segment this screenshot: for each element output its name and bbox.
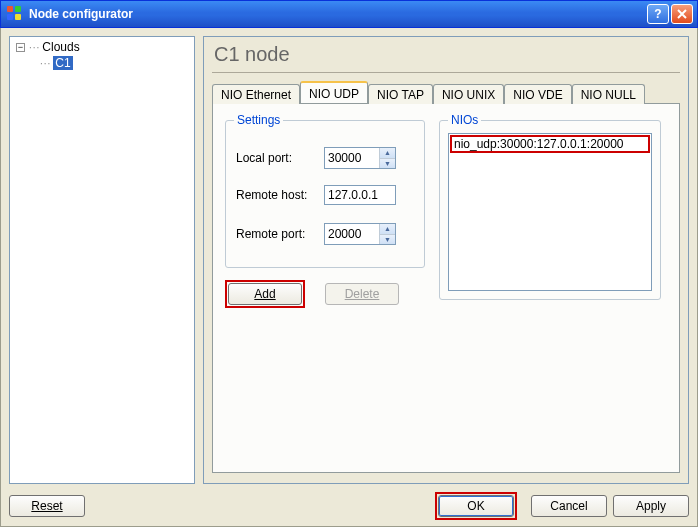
- remote-host-input[interactable]: [324, 185, 396, 205]
- reset-button[interactable]: Reset: [9, 495, 85, 517]
- ok-button[interactable]: OK: [438, 495, 514, 517]
- tab-nio-tap[interactable]: NIO TAP: [368, 84, 433, 104]
- add-highlight: Add: [225, 280, 305, 308]
- nios-group: NIOs nio_udp:30000:127.0.0.1:20000: [439, 120, 661, 300]
- local-port-input[interactable]: [325, 148, 379, 168]
- list-item[interactable]: nio_udp:30000:127.0.0.1:20000: [451, 136, 649, 152]
- tab-nio-ethernet[interactable]: NIO Ethernet: [212, 84, 300, 104]
- local-port-stepper[interactable]: ▲ ▼: [324, 147, 396, 169]
- tab-nio-unix[interactable]: NIO UNIX: [433, 84, 504, 104]
- tab-nio-null[interactable]: NIO NULL: [572, 84, 645, 104]
- close-button[interactable]: [671, 4, 693, 24]
- spin-up-icon[interactable]: ▲: [380, 224, 395, 234]
- apply-button[interactable]: Apply: [613, 495, 689, 517]
- cancel-button[interactable]: Cancel: [531, 495, 607, 517]
- nios-listbox[interactable]: nio_udp:30000:127.0.0.1:20000: [448, 133, 652, 291]
- settings-legend: Settings: [234, 113, 283, 127]
- dialog-button-row: Reset OK Cancel Apply: [9, 492, 689, 520]
- remote-host-label: Remote host:: [236, 188, 318, 202]
- window-title: Node configurator: [29, 7, 647, 21]
- add-button[interactable]: Add: [228, 283, 302, 305]
- remote-port-label: Remote port:: [236, 227, 318, 241]
- settings-group: Settings Local port: ▲ ▼ Remote host:: [225, 120, 425, 268]
- help-button[interactable]: ?: [647, 4, 669, 24]
- local-port-label: Local port:: [236, 151, 318, 165]
- remote-port-input[interactable]: [325, 224, 379, 244]
- tree-item-c1[interactable]: ··· C1: [12, 55, 194, 71]
- tree-item-clouds[interactable]: − ··· Clouds: [12, 39, 194, 55]
- tab-strip: NIO Ethernet NIO UDP NIO TAP NIO UNIX NI…: [212, 81, 680, 103]
- collapse-icon[interactable]: −: [16, 43, 25, 52]
- remote-port-stepper[interactable]: ▲ ▼: [324, 223, 396, 245]
- delete-button: Delete: [325, 283, 399, 305]
- ok-highlight: OK: [435, 492, 517, 520]
- spin-down-icon[interactable]: ▼: [380, 158, 395, 169]
- app-icon: [7, 6, 23, 22]
- tab-nio-udp[interactable]: NIO UDP: [300, 81, 368, 103]
- title-bar: Node configurator ?: [0, 0, 698, 28]
- spin-down-icon[interactable]: ▼: [380, 234, 395, 245]
- tree-view[interactable]: − ··· Clouds ··· C1: [9, 36, 195, 484]
- panel-title: C1 node: [214, 43, 680, 66]
- tab-nio-vde[interactable]: NIO VDE: [504, 84, 571, 104]
- tab-body: Settings Local port: ▲ ▼ Remote host:: [212, 103, 680, 473]
- spin-up-icon[interactable]: ▲: [380, 148, 395, 158]
- node-panel: C1 node NIO Ethernet NIO UDP NIO TAP NIO…: [203, 36, 689, 484]
- nios-legend: NIOs: [448, 113, 481, 127]
